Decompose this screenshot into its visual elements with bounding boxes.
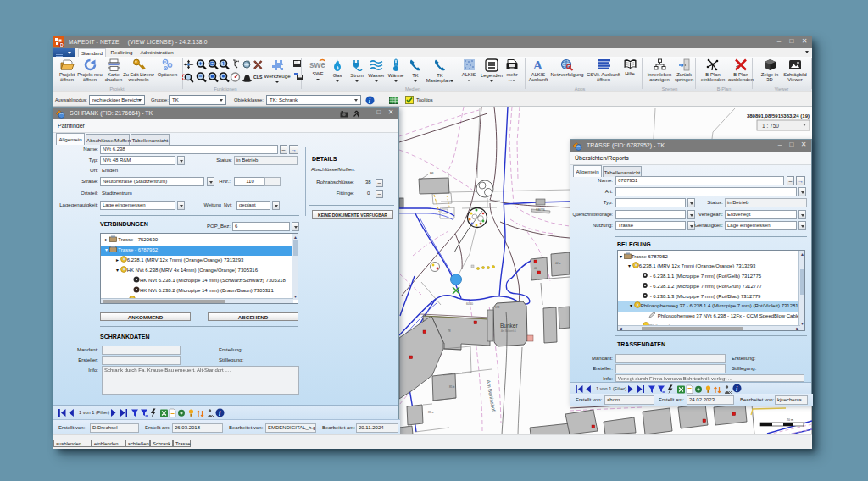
svg-text:20 m: 20 m bbox=[787, 418, 793, 422]
svg-text:60/40: 60/40 bbox=[466, 302, 473, 306]
svg-text:178: 178 bbox=[495, 306, 500, 309]
svg-text:44: 44 bbox=[534, 267, 537, 270]
svg-text:44 a: 44 a bbox=[555, 262, 560, 265]
svg-text:swe: swe bbox=[309, 60, 326, 69]
svg-text:380891,08/5915363,24 (19): 380891,08/5915363,24 (19) bbox=[747, 113, 810, 119]
svg-text:86: 86 bbox=[430, 171, 434, 175]
svg-text:1 : 750: 1 : 750 bbox=[762, 123, 779, 129]
svg-text:78: 78 bbox=[448, 329, 451, 333]
svg-text:D: D bbox=[60, 42, 64, 47]
svg-text:Bunker: Bunker bbox=[500, 323, 518, 329]
svg-text:85 b: 85 b bbox=[449, 385, 454, 389]
svg-text:85 a: 85 a bbox=[428, 411, 433, 414]
svg-text:Am Bollwerk 5: Am Bollwerk 5 bbox=[501, 329, 516, 333]
svg-text:SB776: SB776 bbox=[536, 208, 545, 212]
svg-text:A: A bbox=[533, 58, 542, 71]
